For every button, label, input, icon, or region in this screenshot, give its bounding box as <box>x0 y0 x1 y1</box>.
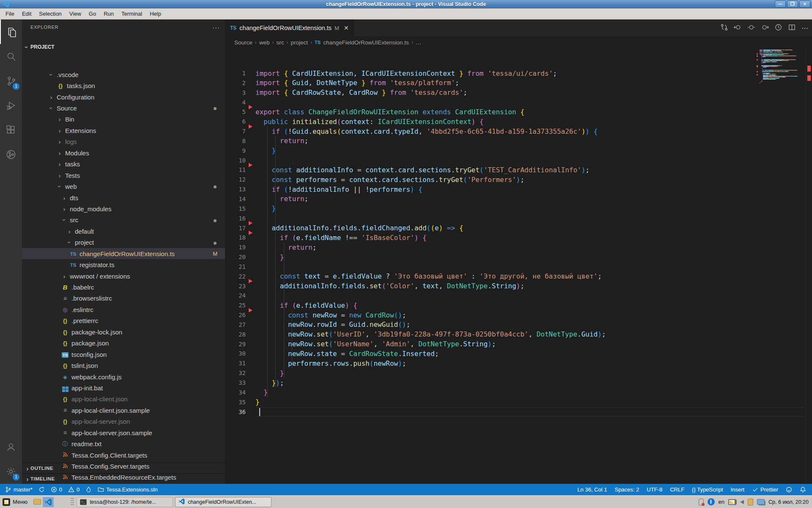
screen-lock-icon[interactable] <box>699 499 704 505</box>
activitybar-settings-gear[interactable]: 1 <box>0 459 22 484</box>
tree-folder-wwwrootextensions[interactable]: ›wwwroot / extensions <box>22 271 225 282</box>
bluetooth-icon[interactable]: ᛒ <box>708 498 715 505</box>
keyboard-layout[interactable]: en <box>719 499 724 505</box>
breadcrumb-src[interactable]: src <box>277 39 284 46</box>
menu-item-go[interactable]: Go <box>85 8 100 19</box>
menu-item-run[interactable]: Run <box>100 8 118 19</box>
tree-file-.prettierrc[interactable]: {}.prettierrc <box>22 315 225 326</box>
tree-file-.eslintrc[interactable]: ◎.eslintrc <box>22 304 225 315</box>
clock[interactable]: Ср, 6 июл, 20:20 <box>768 499 809 505</box>
tab-changeFieldOrRowUIExtension[interactable]: TS changeFieldOrRowUIExtension.ts M ✕ <box>225 19 354 36</box>
vscode-launcher[interactable] <box>43 497 54 507</box>
tree-file-tasks.json[interactable]: {}tasks.json <box>22 80 225 91</box>
close-button[interactable]: × <box>799 0 810 8</box>
tree-file-package.json[interactable]: {}package.json <box>22 338 225 349</box>
activitybar-remote-explorer[interactable] <box>0 142 22 167</box>
nav-forward-button[interactable] <box>761 23 769 33</box>
breadcrumb-source[interactable]: Source <box>234 39 252 46</box>
tree-folder-Tests[interactable]: ›Tests <box>22 170 225 181</box>
status-prettier[interactable]: Prettier <box>752 486 778 493</box>
menu-item-edit[interactable]: Edit <box>18 8 35 19</box>
os-menu-button[interactable]: Меню <box>0 496 32 508</box>
tree-file-tsconfig.json[interactable]: TStsconfig.json <box>22 349 225 360</box>
activitybar-source-control[interactable]: 1 <box>0 69 22 93</box>
breadcrumb-project[interactable]: project <box>291 39 308 46</box>
project-section-header[interactable]: › PROJECT <box>22 41 225 52</box>
activitybar-explorer[interactable] <box>0 19 22 44</box>
status-utf-8[interactable]: UTF-8 <box>647 486 662 493</box>
breadcrumb-more[interactable]: … <box>416 39 422 46</box>
tree-folder-src[interactable]: ›src <box>22 215 225 226</box>
outline-section[interactable]: › OUTLINE <box>22 463 225 473</box>
timeline-section[interactable]: › TIMELINE <box>22 473 225 484</box>
tree-folder-web[interactable]: ›web <box>22 181 225 192</box>
minimize-button[interactable]: — <box>775 0 786 8</box>
activitybar-account[interactable] <box>0 435 22 459</box>
status-0[interactable]: 0 <box>68 486 80 493</box>
close-tab-icon[interactable]: ✕ <box>344 25 349 31</box>
maximize-button[interactable]: ❐ <box>787 0 798 8</box>
taskbar-window-terminal[interactable]: >_tessa@host-129: /home/te... <box>77 497 173 507</box>
tree-file-webpack.config.js[interactable]: ◈webpack.config.js <box>22 371 225 382</box>
status-sync-icon[interactable] <box>38 486 45 493</box>
tree-file-.browserslistrc[interactable]: ≡.browserslistrc <box>22 293 225 304</box>
tree-file-Tessa.Config.Client.targets[interactable]: Tessa.Config.Client.targets <box>22 450 225 461</box>
activitybar-run-debug[interactable] <box>0 93 22 118</box>
clipboard-icon[interactable] <box>748 499 753 505</box>
taskbar-window-vscode[interactable]: changeFieldOrRowUIExten... <box>175 497 272 507</box>
status-flame-icon[interactable] <box>85 486 92 493</box>
window-titlebar[interactable]: changeFieldOrRowUIExtension.ts - project… <box>0 0 812 8</box>
status-spaces-2[interactable]: Spaces: 2 <box>614 486 639 493</box>
status-bell-icon[interactable] <box>800 486 806 493</box>
tree-folder-project[interactable]: ›project <box>22 237 225 248</box>
network-icon[interactable] <box>757 499 765 505</box>
menu-item-help[interactable]: Help <box>146 8 165 19</box>
tree-file-readme.txt[interactable]: ⓘreadme.txt <box>22 438 225 449</box>
tree-folder-default[interactable]: ›default <box>22 226 225 237</box>
tree-folder-Extensions[interactable]: ›Extensions <box>22 125 225 136</box>
minimap[interactable] <box>760 50 805 85</box>
tree-file-tslint.json[interactable]: {}tslint.json <box>22 360 225 371</box>
menu-item-view[interactable]: View <box>66 8 85 19</box>
volume-icon[interactable] <box>740 500 744 504</box>
status-0[interactable]: 0 <box>51 486 62 493</box>
tree-file-app-local-server.json[interactable]: {}app-local-server.json <box>22 416 225 427</box>
tree-file-package-lock.json[interactable]: {}package-lock.json <box>22 326 225 337</box>
status-feedback-icon[interactable] <box>786 486 792 493</box>
menu-item-file[interactable]: File <box>2 8 18 19</box>
breadcrumb-file[interactable]: changeFieldOrRowUIExtension.ts <box>323 39 409 46</box>
breadcrumb-web[interactable]: web <box>259 39 270 46</box>
breadcrumb[interactable]: Source›web›src›project›TSchangeFieldOrRo… <box>225 36 812 48</box>
nav-back-button[interactable] <box>734 23 742 33</box>
tree-folder-.vscode[interactable]: ›.vscode <box>22 69 225 80</box>
activitybar-extensions[interactable] <box>0 118 22 142</box>
tree-file-.babelrc[interactable]: B.babelrc <box>22 282 225 293</box>
tree-file-app-init.bat[interactable]: app-init.bat <box>22 382 225 393</box>
status-typescript[interactable]: {} TypeScript <box>692 486 723 493</box>
tree-folder-Modules[interactable]: ›Modules <box>22 147 225 158</box>
status-insert[interactable]: Insert <box>731 486 745 493</box>
status-crlf[interactable]: CRLF <box>670 486 684 493</box>
code-editor[interactable]: 1import { CardUIExtension, ICardUIExtens… <box>225 48 812 484</box>
more-actions[interactable]: ⋯ <box>801 24 809 32</box>
tree-folder-Bin[interactable]: ›Bin <box>22 114 225 125</box>
file-manager-launcher[interactable] <box>32 497 43 507</box>
tree-file-app-local-server.json.sample[interactable]: ≡app-local-server.json.sample <box>22 427 225 438</box>
tree-file-app-local-client.json.sample[interactable]: ≡app-local-client.json.sample <box>22 405 225 416</box>
open-changes-button[interactable] <box>720 23 728 33</box>
menu-item-terminal[interactable]: Terminal <box>118 8 146 19</box>
tree-folder-Configuration[interactable]: ›Configuration <box>22 91 225 102</box>
explorer-more-actions[interactable]: ··· <box>212 24 220 31</box>
activitybar-search[interactable] <box>0 44 22 69</box>
tree-file-changeFieldOrRowUIExtension.ts[interactable]: TSchangeFieldOrRowUIExtension.tsM <box>22 248 225 259</box>
tree-folder-tasks[interactable]: ›tasks <box>22 159 225 170</box>
status-master[interactable]: master* <box>5 486 33 493</box>
timer-button[interactable] <box>774 23 782 33</box>
status-tessa-extensions-sln[interactable]: Tessa.Extensions.sln <box>98 486 157 493</box>
tree-file-app-local-client.json[interactable]: {}app-local-client.json <box>22 394 225 405</box>
tree-folder-Source[interactable]: ›Source <box>22 102 225 113</box>
tree-file-registrator.ts[interactable]: TSregistrator.ts <box>22 259 225 270</box>
split-editor-button[interactable] <box>788 23 796 33</box>
nav-dot-button[interactable] <box>747 23 755 33</box>
status-ln-36-col-1[interactable]: Ln 36, Col 1 <box>577 486 607 493</box>
